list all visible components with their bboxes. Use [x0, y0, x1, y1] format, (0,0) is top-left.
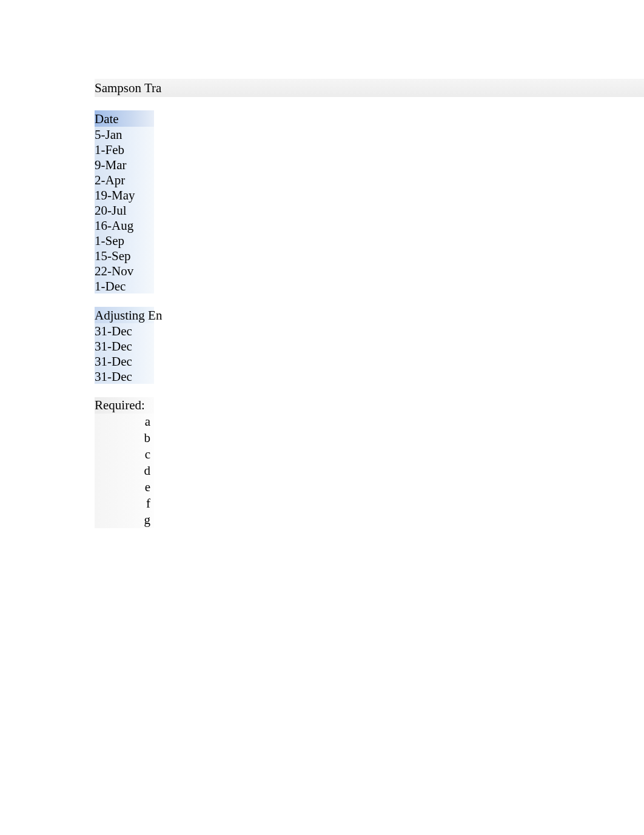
- adjusting-date-cell: 31-Dec: [95, 338, 154, 354]
- date-column-header: Date: [95, 110, 154, 127]
- required-item: g: [95, 512, 154, 528]
- date-cell: 19-May: [95, 187, 154, 203]
- dates-section: Date 5-Jan 1-Feb 9-Mar 2-Apr 19-May 20-J…: [95, 110, 644, 293]
- required-item: a: [95, 414, 154, 430]
- date-cell: 1-Feb: [95, 142, 154, 157]
- required-section: Required: a b c d e f g: [95, 397, 644, 528]
- date-cell: 1-Dec: [95, 278, 154, 293]
- required-item: d: [95, 463, 154, 479]
- date-cell: 15-Sep: [95, 248, 154, 263]
- date-cell: 5-Jan: [95, 127, 154, 142]
- adjusting-date-cell: 31-Dec: [95, 323, 154, 338]
- adjusting-header: Adjusting En: [95, 307, 154, 323]
- date-cell: 20-Jul: [95, 203, 154, 218]
- date-cell: 1-Sep: [95, 233, 154, 248]
- adjusting-date-cell: 31-Dec: [95, 354, 154, 369]
- date-cell: 2-Apr: [95, 172, 154, 187]
- adjusting-date-cell: 31-Dec: [95, 369, 154, 384]
- required-item: b: [95, 430, 154, 446]
- date-cell: 22-Nov: [95, 263, 154, 278]
- required-item: c: [95, 446, 154, 463]
- required-item: f: [95, 495, 154, 512]
- required-item: e: [95, 479, 154, 495]
- adjusting-section: Adjusting En 31-Dec 31-Dec 31-Dec 31-Dec: [95, 307, 644, 384]
- required-label: Required:: [95, 397, 154, 414]
- date-cell: 16-Aug: [95, 218, 154, 233]
- document-title: Sampson Tra: [95, 79, 644, 97]
- date-cell: 9-Mar: [95, 157, 154, 172]
